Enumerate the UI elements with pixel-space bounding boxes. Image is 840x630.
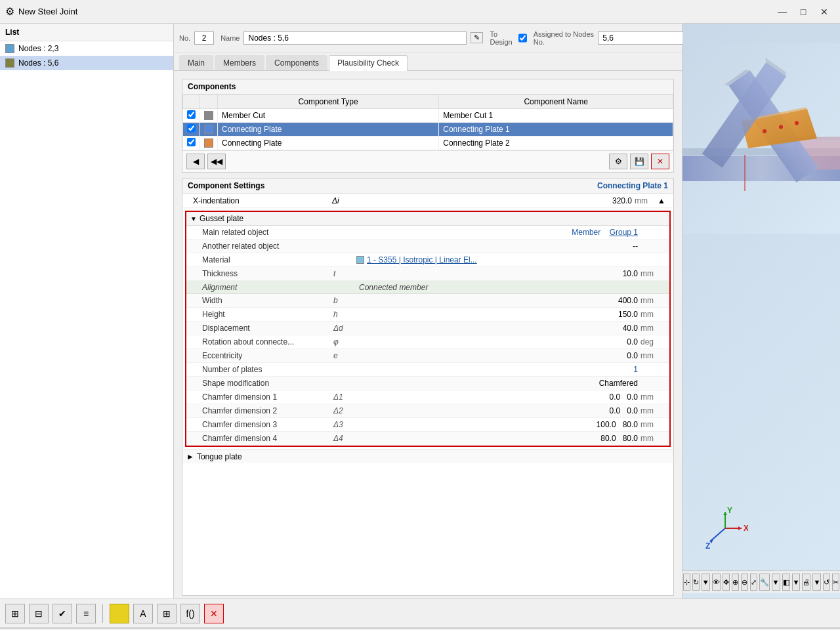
material-row: Material 1 - S355 | Isotropic | Linear E…	[186, 253, 669, 267]
maximize-button[interactable]: □	[793, 3, 814, 21]
col-name: Component Name	[439, 95, 673, 109]
bt-table-btn[interactable]: ⊞	[157, 604, 177, 623]
rotation-symbol: φ	[333, 337, 356, 346]
comp-row-1-check[interactable]	[187, 110, 196, 119]
vp-dropdown2-btn[interactable]: ▼	[772, 574, 780, 591]
comp-row-3-check[interactable]	[187, 138, 196, 146]
main-related-group[interactable]: Group 1	[610, 228, 638, 237]
name-section: Name ✎	[220, 32, 483, 45]
name-edit-button[interactable]: ✎	[471, 32, 483, 43]
tab-members[interactable]: Members	[215, 55, 264, 70]
minimize-button[interactable]: —	[772, 3, 793, 21]
bt-grid-btn[interactable]: ⊞	[5, 604, 25, 623]
bt-collapse-btn[interactable]: ⊟	[29, 604, 49, 623]
material-value[interactable]: 1 - S355 | Isotropic | Linear El...	[356, 255, 640, 264]
chamfer4-symbol: Δ4	[333, 434, 356, 443]
bt-color-btn[interactable]	[110, 604, 129, 623]
settings-area: Component Settings Connecting Plate 1 X-…	[182, 178, 674, 596]
vp-zoomout-btn[interactable]: ⊖	[741, 574, 748, 591]
xi-scroll: ▲	[658, 196, 668, 205]
bt-menu-btn[interactable]: ≡	[76, 604, 96, 623]
displacement-unit: mm	[640, 324, 667, 333]
toolbar-separator	[102, 604, 103, 623]
name-input[interactable]	[243, 32, 467, 45]
comp-row-1-type: Member Cut	[218, 109, 439, 123]
comp-nav-left2-button[interactable]: ◀◀	[207, 154, 226, 169]
components-title: Components	[182, 79, 673, 94]
comp-save-button[interactable]: 💾	[630, 154, 648, 169]
viewport: Top R Fr	[682, 24, 840, 598]
list-item-2-color	[5, 58, 14, 68]
comp-row-3[interactable]: Connecting Plate Connecting Plate 2	[183, 136, 673, 150]
tabs-bar: Main Members Components Plausibility Che…	[174, 52, 682, 71]
footer: OK Cancel Apply	[0, 627, 840, 630]
comp-toolbar-left: ◀ ◀◀	[186, 154, 226, 169]
titlebar-left: ⚙ New Steel Joint	[5, 5, 77, 18]
list-item-1[interactable]: Nodes : 2,3	[0, 41, 173, 56]
svg-text:Y: Y	[727, 506, 732, 515]
vp-dropdown4-btn[interactable]: ▼	[812, 574, 821, 591]
vp-tools-btn[interactable]: 🔧	[759, 574, 770, 591]
vp-clip-btn[interactable]: ✂	[832, 574, 839, 591]
alignment-row: Alignment Connected member	[186, 281, 669, 294]
chamfer3-label: Chamfer dimension 3	[189, 420, 333, 429]
comp-row-3-color	[204, 138, 213, 148]
material-label: Material	[189, 255, 333, 264]
comp-delete-button[interactable]: ✕	[651, 154, 669, 169]
close-button[interactable]: ✕	[814, 3, 835, 21]
settings-header: Component Settings Connecting Plate 1	[182, 178, 673, 194]
displacement-symbol: Δd	[333, 324, 356, 333]
name-label: Name	[220, 34, 240, 42]
vp-eye-btn[interactable]: 👁	[712, 574, 721, 591]
xi-value: 320.0	[355, 196, 635, 205]
vp-view-btn[interactable]: ◧	[782, 574, 790, 591]
comp-row-1[interactable]: Member Cut Member Cut 1	[183, 109, 673, 123]
bottom-toolbar: ⊞ ⊟ ✔ ≡ A ⊞ f() ✕	[0, 598, 840, 627]
thickness-symbol: t	[333, 269, 356, 278]
comp-nav-left-button[interactable]: ◀	[186, 154, 205, 169]
viewport-panel: Top R Fr	[682, 24, 840, 598]
gusset-header[interactable]: ▼ Gusset plate	[186, 212, 669, 226]
eccentricity-value: 0.0	[356, 351, 640, 360]
vp-dropdown3-btn[interactable]: ▼	[792, 574, 801, 591]
chamfer3-unit: mm	[640, 420, 667, 429]
vp-move-btn[interactable]: ✥	[723, 574, 730, 591]
comp-row-2-check[interactable]	[187, 124, 196, 133]
vp-dropdown1-btn[interactable]: ▼	[702, 574, 710, 591]
svg-text:Z: Z	[705, 541, 710, 551]
list-item-1-color	[5, 44, 14, 53]
width-value: 400.0	[356, 296, 640, 305]
chamfer3-value: 100.0 80.0	[356, 420, 640, 429]
rotation-row: Rotation about connecte... φ 0.0 deg	[186, 335, 669, 349]
xi-unit: mm	[635, 196, 658, 205]
to-design-checkbox[interactable]	[518, 33, 527, 43]
bt-check-btn[interactable]: ✔	[52, 604, 72, 623]
tab-main[interactable]: Main	[179, 55, 213, 70]
vp-fit-btn[interactable]: ⤢	[750, 574, 757, 591]
list-header: List	[0, 24, 173, 41]
list-item-2[interactable]: Nodes : 5,6	[0, 56, 173, 70]
chamfer2-row: Chamfer dimension 2 Δ2 0.0 0.0 mm	[186, 404, 669, 418]
no-section: No. 2	[179, 32, 214, 45]
comp-row-2[interactable]: Connecting Plate Connecting Plate 1	[183, 123, 673, 136]
to-design-section: To Design	[490, 30, 526, 46]
window-title: New Steel Joint	[18, 7, 77, 16]
bt-text-btn[interactable]: A	[133, 604, 153, 623]
tab-plausibility[interactable]: Plausibility Check	[329, 55, 408, 71]
vp-zoom-btn[interactable]: ⊕	[732, 574, 739, 591]
tongue-plate-row[interactable]: ► Tongue plate	[182, 450, 673, 463]
vp-reset-btn[interactable]: ↺	[823, 574, 830, 591]
tab-components[interactable]: Components	[266, 55, 327, 70]
comp-settings-button[interactable]: ⚙	[609, 154, 627, 169]
axis-indicator: X Y Z	[702, 505, 748, 553]
shape-mod-value: Chamfered	[356, 379, 640, 388]
vp-rotate-btn[interactable]: ↻	[692, 574, 700, 591]
center-panel: No. 2 Name ✎ To Design Assigned to Nodes…	[174, 24, 682, 598]
vp-print-btn[interactable]: 🖨	[802, 574, 810, 591]
bt-function-btn[interactable]: f()	[180, 604, 200, 623]
comp-row-1-color	[204, 111, 213, 120]
vp-select-btn[interactable]: ⊹	[683, 574, 690, 591]
eccentricity-unit: mm	[640, 351, 667, 360]
bt-delete-btn[interactable]: ✕	[204, 604, 224, 623]
width-symbol: b	[333, 296, 356, 305]
